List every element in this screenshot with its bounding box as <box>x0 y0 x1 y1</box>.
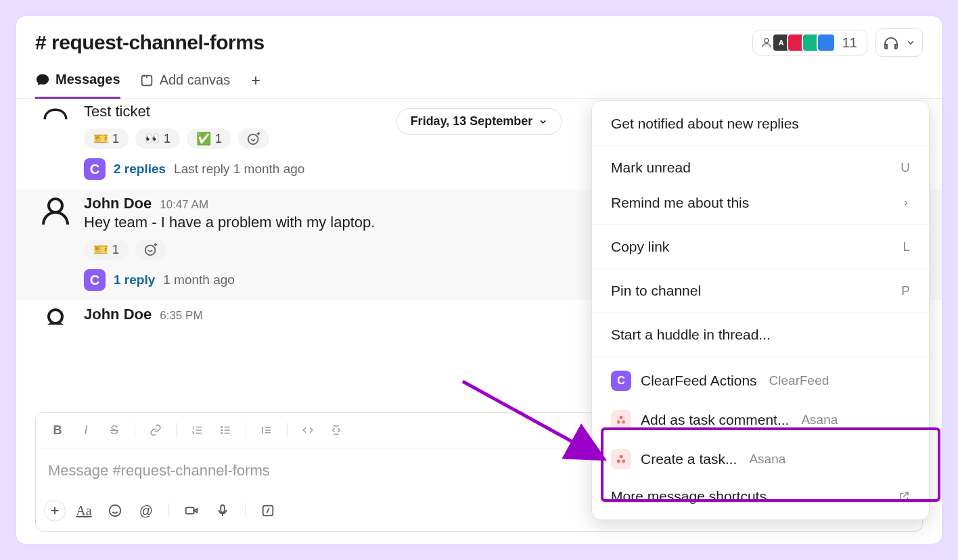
menu-mark-unread[interactable]: Mark unread U <box>592 150 929 185</box>
emoji-icon: ✅ <box>196 131 211 146</box>
video-button[interactable] <box>179 498 204 523</box>
clearfeed-app-icon: C <box>611 371 631 391</box>
menu-asana-add-comment[interactable]: Add as task comment... Asana <box>592 400 929 440</box>
user-avatar[interactable] <box>38 195 73 230</box>
menu-label: Add as task comment... <box>641 412 789 428</box>
reaction-count: 1 <box>112 243 119 257</box>
strikethrough-button[interactable]: S <box>102 419 127 441</box>
blockquote-button[interactable] <box>254 419 279 441</box>
bullet-list-button[interactable] <box>213 419 237 441</box>
user-avatar[interactable] <box>38 306 73 325</box>
reaction-count: 1 <box>112 132 119 146</box>
channel-tabs: Messages Add canvas <box>16 60 942 99</box>
menu-asana-create-task[interactable]: Create a task... Asana <box>592 440 929 479</box>
link-button[interactable] <box>143 419 168 441</box>
code-button[interactable] <box>296 419 320 441</box>
svg-point-16 <box>620 455 623 459</box>
member-count: 11 <box>842 35 857 51</box>
separator <box>135 423 135 438</box>
mention-button[interactable]: @ <box>133 498 159 523</box>
italic-button[interactable]: I <box>74 419 98 441</box>
canvas-icon <box>139 73 154 88</box>
message-author[interactable]: John Doe <box>84 306 152 323</box>
menu-copy-link[interactable]: Copy link L <box>592 229 929 264</box>
headphones-icon <box>883 34 899 51</box>
shortcuts-button[interactable] <box>255 498 281 523</box>
menu-pin[interactable]: Pin to channel P <box>592 273 929 308</box>
thread-reply-count: 1 reply <box>114 273 155 287</box>
huddle-button[interactable] <box>875 28 923 57</box>
menu-clearfeed-actions[interactable]: C ClearFeed Actions ClearFeed <box>592 361 929 400</box>
separator <box>592 225 929 225</box>
svg-point-8 <box>221 433 223 434</box>
add-reaction-button[interactable] <box>135 239 166 260</box>
menu-label: Mark unread <box>611 160 691 176</box>
member-count-button[interactable]: A 11 <box>752 30 867 55</box>
reaction-count: 1 <box>215 132 222 146</box>
menu-label: Pin to channel <box>611 283 701 299</box>
ordered-list-button[interactable] <box>185 419 209 441</box>
menu-remind[interactable]: Remind me about this <box>592 185 929 220</box>
plus-icon <box>249 74 263 87</box>
tab-messages[interactable]: Messages <box>35 72 120 99</box>
separator <box>592 269 929 269</box>
menu-shortcut: L <box>903 239 910 254</box>
svg-point-13 <box>620 416 623 419</box>
menu-label: More message shortcuts... <box>611 488 778 505</box>
message-context-menu: Get notified about new replies Mark unre… <box>591 100 930 520</box>
svg-point-17 <box>617 460 620 463</box>
separator <box>287 423 288 438</box>
message-timestamp[interactable]: 6:35 PM <box>160 309 202 323</box>
message-timestamp[interactable]: 10:47 AM <box>160 198 208 212</box>
reaction[interactable]: 🎫1 <box>84 239 129 260</box>
emoji-icon: 👀 <box>145 131 160 146</box>
separator <box>246 423 246 438</box>
menu-label: Create a task... <box>641 451 737 467</box>
menu-app-name: ClearFeed <box>769 373 829 388</box>
clearfeed-app-icon: C <box>84 158 106 180</box>
reaction-count: 1 <box>164 132 170 146</box>
chevron-down-icon <box>906 38 915 47</box>
emoji-button[interactable] <box>102 498 128 523</box>
svg-rect-10 <box>186 507 194 513</box>
header-actions: A 11 <box>752 28 923 57</box>
reaction[interactable]: ✅1 <box>187 129 231 149</box>
reaction[interactable]: 🎫1 <box>84 129 129 149</box>
audio-button[interactable] <box>210 498 235 523</box>
message-author[interactable]: John Doe <box>84 195 152 212</box>
menu-label: Start a huddle in thread... <box>611 327 771 343</box>
messages-icon <box>35 72 50 87</box>
thread-last-reply: Last reply 1 month ago <box>174 162 304 177</box>
tab-add-canvas[interactable]: Add canvas <box>139 72 231 97</box>
date-divider-label: Friday, 13 September <box>411 114 533 129</box>
bold-button[interactable]: B <box>45 419 70 441</box>
date-divider[interactable]: Friday, 13 September <box>396 108 562 135</box>
svg-rect-11 <box>221 505 225 513</box>
format-toggle-button[interactable]: Aa <box>71 498 97 523</box>
chevron-right-icon <box>902 199 910 207</box>
svg-point-9 <box>110 505 121 517</box>
menu-app-name: Asana <box>749 452 785 467</box>
reaction[interactable]: 👀1 <box>135 129 180 149</box>
attach-button[interactable] <box>44 500 66 521</box>
user-avatar[interactable] <box>38 101 73 137</box>
tab-add[interactable] <box>249 74 263 97</box>
codeblock-button[interactable] <box>324 419 348 441</box>
menu-app-name: Asana <box>801 413 838 427</box>
svg-point-7 <box>221 429 223 431</box>
tab-messages-label: Messages <box>55 72 120 87</box>
thread-last-reply: 1 month ago <box>163 273 235 287</box>
thread-reply-count: 2 replies <box>114 162 166 177</box>
svg-point-4 <box>145 246 156 256</box>
svg-point-6 <box>221 427 223 428</box>
separator <box>245 503 246 518</box>
menu-get-notified[interactable]: Get notified about new replies <box>592 106 929 141</box>
svg-point-14 <box>617 421 620 424</box>
emoji-icon: 🎫 <box>93 242 108 257</box>
menu-shortcut: P <box>901 283 910 298</box>
channel-title[interactable]: # request-channel-forms <box>35 31 265 54</box>
add-reaction-button[interactable] <box>238 129 269 149</box>
menu-huddle[interactable]: Start a huddle in thread... <box>592 317 929 352</box>
channel-header: # request-channel-forms A 11 <box>16 16 942 60</box>
menu-more-shortcuts[interactable]: More message shortcuts... <box>592 479 929 514</box>
